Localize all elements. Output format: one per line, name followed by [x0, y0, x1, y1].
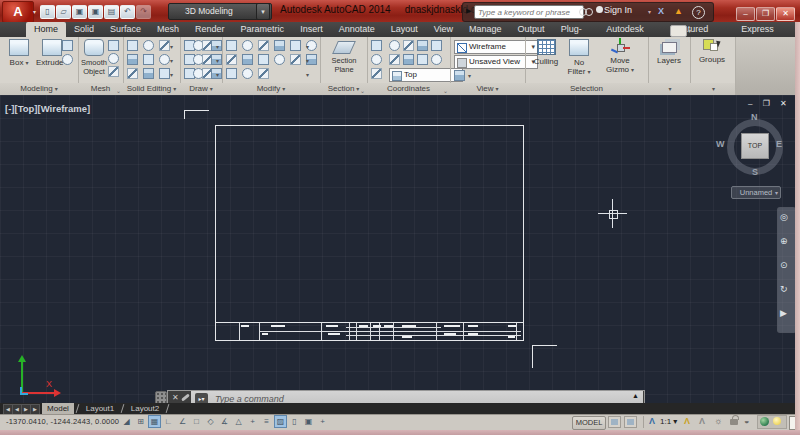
performance-tuner-icon[interactable]: ◒ [744, 416, 749, 426]
smooth-object-button[interactable]: Smooth Object [81, 39, 107, 76]
slice-icon[interactable] [127, 68, 138, 79]
drawing-canvas[interactable]: [-][Top][Wireframe] – ❐ ✕ N W E S TOP Un… [0, 95, 795, 403]
taper-faces-icon[interactable] [143, 54, 154, 65]
ucs-view-select[interactable]: Top [389, 68, 463, 82]
search-binoculars-icon[interactable] [579, 8, 587, 16]
tab-layout1[interactable]: Layout1 [80, 403, 120, 414]
viewport-config-icon[interactable] [454, 70, 465, 81]
workspace-extra-dropdown[interactable]: ▾ [256, 3, 270, 20]
model-space-button[interactable]: MODEL [572, 416, 606, 430]
chevron-down-icon[interactable]: ▾ [170, 43, 173, 50]
tab-annotate[interactable]: Annotate [331, 22, 383, 37]
chevron-down-icon[interactable]: ▾ [468, 72, 471, 79]
tab-insert[interactable]: Insert [292, 22, 331, 37]
lock-ui-icon[interactable] [730, 419, 738, 425]
join-icon[interactable] [258, 68, 269, 79]
ucs-named-icon[interactable] [371, 54, 382, 65]
maximize-button[interactable]: ❐ [756, 7, 775, 21]
tab-render[interactable]: Render [187, 22, 233, 37]
command-history-up-icon[interactable]: ▲ [632, 392, 639, 399]
draw-panel-label[interactable]: Draw [180, 83, 222, 95]
rotate-icon[interactable] [242, 40, 253, 51]
autodesk360-icon[interactable]: ▲ [674, 6, 683, 16]
ucs-z-icon[interactable] [431, 40, 442, 51]
help-search-input[interactable] [474, 5, 584, 19]
mesh-panel-label[interactable]: Mesh [78, 83, 123, 95]
tab-plug-ins[interactable]: Plug-ins [553, 22, 599, 37]
save-as-icon[interactable]: ▣ [88, 5, 103, 19]
command-line-close-icon[interactable]: ✕ [172, 393, 179, 402]
drawing-window-controls[interactable]: – ❐ ✕ [748, 99, 791, 108]
ucs-previous-icon[interactable] [403, 54, 414, 65]
tab-output[interactable]: Output [510, 22, 553, 37]
smooth-more-icon[interactable] [108, 40, 119, 51]
chevron-down-icon[interactable]: ▾ [306, 43, 309, 50]
application-menu-arrow-icon[interactable]: ▾ [33, 8, 36, 15]
orbit-icon[interactable]: ↻ [780, 284, 788, 294]
selection-cycling-toggle[interactable]: ▣ [302, 415, 315, 428]
annotation-autoscale-icon[interactable]: Λ [699, 416, 705, 426]
ucs-icon[interactable] [371, 40, 382, 51]
save-icon[interactable]: ▣ [72, 5, 87, 19]
grid-display-toggle[interactable]: ▦ [148, 415, 161, 428]
dynamic-input-toggle[interactable]: + [246, 415, 259, 428]
help-icon[interactable]: ? [692, 6, 705, 19]
chevron-down-icon[interactable]: ▾ [306, 57, 309, 64]
navigation-wheel-icon[interactable]: ◎ [780, 212, 788, 222]
redo-icon[interactable]: ↷ [136, 5, 151, 19]
layers-panel-label[interactable] [648, 83, 690, 95]
polar-tracking-toggle[interactable]: ∠ [176, 415, 189, 428]
chevron-down-icon[interactable]: ▾ [216, 57, 219, 64]
chevron-down-icon[interactable]: ▾ [216, 43, 219, 50]
tab-manage[interactable]: Manage [461, 22, 510, 37]
ucs-world-icon[interactable] [389, 40, 400, 51]
infer-constraints-toggle[interactable]: ◢ [120, 415, 133, 428]
groups-button[interactable]: Groups [694, 39, 730, 64]
polysolid-icon[interactable] [62, 40, 73, 51]
chevron-down-icon[interactable]: ▾ [306, 71, 309, 78]
pan-icon[interactable]: ⊕ [780, 236, 788, 246]
viewcube-view-name[interactable]: Unnamed [731, 186, 781, 199]
no-filter-button[interactable]: No Filter [563, 39, 595, 77]
viewcube-south[interactable]: S [752, 167, 758, 177]
shell-icon[interactable] [143, 68, 154, 79]
layers-button[interactable]: Layers [652, 39, 686, 65]
viewcube-west[interactable]: W [716, 139, 725, 149]
move-icon[interactable] [226, 40, 237, 51]
tab-model[interactable]: Model [42, 403, 74, 414]
show-motion-icon[interactable]: ▶ [780, 308, 787, 318]
section-panel-label[interactable]: Section [320, 83, 367, 95]
align-icon[interactable] [226, 68, 237, 79]
ucs-x-icon[interactable] [403, 40, 414, 51]
move-faces-icon[interactable] [159, 54, 170, 65]
view-panel-label[interactable]: View [450, 83, 525, 95]
viewcube-top-face[interactable]: TOP [741, 133, 769, 159]
coordinates-panel-label[interactable]: Coordinates [367, 83, 450, 95]
plot-icon[interactable]: ▤ [104, 5, 119, 19]
close-button[interactable]: ✕ [776, 7, 795, 21]
snap-mode-toggle[interactable]: ⊞ [134, 415, 147, 428]
trusted-dwg-icon[interactable] [760, 417, 769, 426]
smooth-less-icon[interactable] [108, 53, 119, 64]
modeling-panel-label[interactable]: Modeling [0, 83, 78, 95]
ucs-view-icon[interactable] [371, 68, 382, 79]
new-icon[interactable]: ▯ [40, 5, 55, 19]
transparency-toggle[interactable]: ▨ [274, 415, 287, 428]
solid-editing-panel-label[interactable]: Solid Editing [123, 83, 180, 95]
object-snap-tracking-toggle[interactable]: ∡ [218, 415, 231, 428]
open-icon[interactable]: ▱ [56, 5, 71, 19]
minimize-button[interactable]: – [736, 7, 755, 21]
chevron-down-icon[interactable]: ▾ [216, 71, 219, 78]
annotation-scale-value[interactable]: 1:1 ▾ [660, 417, 677, 426]
quick-view-layouts-icon[interactable] [608, 416, 621, 428]
tab-home[interactable]: Home [26, 22, 66, 37]
quick-properties-toggle[interactable]: ▯ [288, 415, 301, 428]
viewcube-north[interactable]: N [751, 112, 758, 122]
tab-view[interactable]: View [426, 22, 461, 37]
extrude-faces-icon[interactable] [127, 54, 138, 65]
ucs-object-icon[interactable] [431, 54, 442, 65]
subtract-icon[interactable] [143, 40, 154, 51]
tab-autodesk-360[interactable]: Autodesk 360 [598, 22, 664, 37]
tab-surface[interactable]: Surface [102, 22, 149, 37]
viewport-controls-label[interactable]: [-][Top][Wireframe] [5, 103, 90, 114]
